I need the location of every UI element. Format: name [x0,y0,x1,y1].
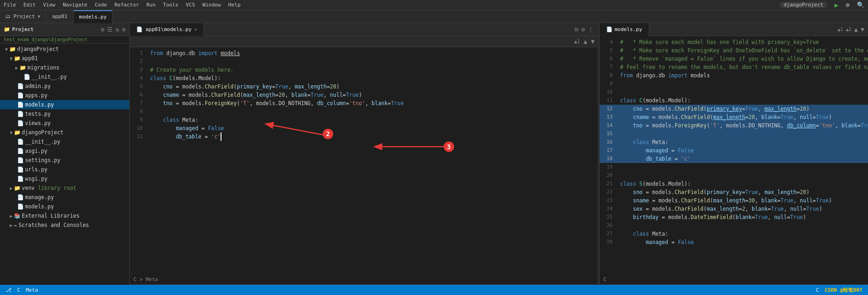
menu-navigate[interactable]: Navigate [63,2,88,8]
tree-item-app01[interactable]: ▼ 📁 app01 [0,54,129,63]
right-line-20: 20 [600,171,868,180]
menu-window[interactable]: Window [203,2,221,8]
tree-item-venv[interactable]: ▶ 📁 venv library root [0,183,129,193]
run-button[interactable]: ▶ [835,1,838,9]
scratch-icon: ✏ [14,222,17,228]
tree-item-manage-py[interactable]: 📄 manage.py [0,193,129,202]
scroll-up-icon-right[interactable]: ▲ [854,26,858,33]
right-line-21: 21 class S(models.Model): [600,180,868,188]
tree-item-init-py[interactable]: 📄 __init__.py [0,72,129,82]
menu-code[interactable]: Code [95,2,107,8]
fold-icon[interactable]: ⊟ [575,26,578,33]
tree-item-tests-py[interactable]: 📄 tests.py [0,109,129,119]
settings-icon[interactable]: ⚙ [581,26,585,33]
chevron-right-icon: ▶ [15,65,18,70]
code-line-1: 1 from django.db import models [130,49,597,57]
folder-icon: 📁 [9,46,16,52]
code-line-3: 3 # Create your models here. [130,66,597,74]
tab-project[interactable]: 🗂 Project ▼ [0,10,46,23]
code-line-7: 7 tno = models.ForeignKey('T', models.DO… [130,99,597,107]
right-line-11: 11 class C(models.Model): [600,96,868,105]
sidebar-tree: ▼ 📁 djangoProject ▼ 📁 app01 ▶ 📁 migratio… [0,44,129,285]
folder-icon: 📁 [14,129,20,136]
tree-item-apps-py[interactable]: 📄 apps.py [0,91,129,100]
chevron-down-icon: ▼ [5,47,8,52]
right-line-9: 9 [600,80,868,88]
tree-item-scratches[interactable]: ▶ ✏ Scratches and Consoles [0,220,129,230]
scroll-up-icon[interactable]: ▲ [583,38,587,45]
folder-icon: 📁 [4,26,10,32]
tree-item-urls-py[interactable]: 📄 urls.py [0,165,129,174]
editor-content: 1 from django.db import models 2 3 # Cre… [130,47,597,275]
tree-item-models-py-app01[interactable]: 📄 models.py [0,100,129,109]
settings-icon[interactable]: ⚙ [101,26,105,33]
menu-view[interactable]: View [43,2,56,8]
status-left: ⎇ C Meta [6,287,38,293]
file-icon: 📄 [17,194,24,201]
tree-item-djangoProject2[interactable]: ▼ 📁 djangoProject [0,128,129,137]
status-bar: ⎇ C Meta C CSDN @蛙笔007 [0,285,868,295]
menu-help[interactable]: Help [228,2,241,8]
menu-bar: File Edit View Navigate Code Refactor Ru… [0,0,868,10]
menu-file[interactable]: File [4,2,16,8]
menu-tools[interactable]: Tools [163,2,178,8]
right-line-4: 4 # * Make sure each model has one field… [600,38,868,46]
right-line-10: 10 [600,88,868,96]
tab-app01[interactable]: app01 [46,10,73,23]
right-panel-tab-models[interactable]: 📄 models.py [600,23,649,36]
right-panel-tab-bar: 📄 models.py ▲1 ▲2 ▲ ▼ [600,23,868,36]
tree-item-asgi-py[interactable]: 📄 asgi.py [0,146,129,156]
tree-item-init-py2[interactable]: 📄 __init__.py [0,137,129,146]
right-line-23: 23 sname = models.CharField(max_length=3… [600,196,868,205]
scroll-down-icon[interactable]: ▼ [591,38,595,45]
editor-area: 📄 app01\models.py ✕ ⊟ ⚙ ⋮ ▲1 ▲ ▼ 1 from … [130,23,597,285]
right-code-editor[interactable]: 4 # * Make sure each model has one field… [600,36,868,275]
file-icon: 📄 [17,101,24,108]
menu-edit[interactable]: Edit [24,2,36,8]
chevron-right-icon: ▶ [10,223,13,228]
folder-icon: 🗂 [6,13,11,19]
file-icon: 📄 [17,203,24,210]
code-editor[interactable]: 1 from django.db import models 2 3 # Cre… [130,47,597,275]
right-panel: 📄 models.py ▲1 ▲2 ▲ ▼ 4 # * Make sure ea… [599,23,868,285]
editor-tab-bar: 📄 app01\models.py ✕ ⊟ ⚙ ⋮ [130,23,597,36]
sort-icon[interactable]: ⇅ [115,26,119,33]
status-right: C CSDN @蛙笔007 [816,287,862,294]
file-icon: 📄 [606,26,613,32]
sidebar: 📁 Project ⚙ ☰ ⇅ ⚙ test_exam_django\djang… [0,23,130,285]
right-line-7: 7 # Feel free to rename the models, but … [600,63,868,71]
menu-vcs[interactable]: VCS [186,2,195,8]
code-line-2: 2 [130,57,597,66]
file-icon: 📄 [24,74,30,80]
more-icon[interactable]: ⋮ [588,26,594,33]
close-tab-icon[interactable]: ✕ [194,27,197,32]
status-branch-icon: ⎇ [6,287,12,293]
menu-refactor[interactable]: Refactor [114,2,139,8]
right-line-16: 16 class Meta: [600,138,868,146]
tree-item-settings-py[interactable]: 📄 settings.py [0,156,129,165]
search-icon[interactable]: 🔍 [857,1,864,8]
tree-item-wsgi-py[interactable]: 📄 wsgi.py [0,174,129,183]
list-icon[interactable]: ☰ [107,26,113,33]
right-line-12: 12 cno = models.CharField(primary_key=Tr… [600,105,868,113]
right-breadcrumb: C [600,275,868,285]
gear-icon[interactable]: ⚙ [122,26,126,33]
tab-models-py[interactable]: models.py [74,10,113,23]
scroll-down-icon-right[interactable]: ▼ [861,26,864,33]
editor-tab-models[interactable]: 📄 app01\models.py ✕ [130,23,204,36]
tree-item-external-libs[interactable]: ▶ 📚 External Libraries [0,211,129,220]
menu-run[interactable]: Run [146,2,156,8]
code-line-5: 5 cno = models.CharField(primary_key=Tru… [130,82,597,91]
chevron-right-icon: ▶ [10,186,13,191]
file-icon: 📄 [17,83,24,89]
build-button[interactable]: ⚙ [846,1,849,8]
tree-item-models-py-root[interactable]: 📄 models.py [0,202,129,211]
tree-item-views-py[interactable]: 📄 views.py [0,119,129,128]
tree-item-admin-py[interactable]: 📄 admin.py [0,82,129,91]
folder-icon: 📁 [19,64,26,71]
tree-item-migrations[interactable]: ▶ 📁 migrations [0,63,129,72]
tree-item-djangoProject[interactable]: ▼ 📁 djangoProject [0,44,129,54]
right-line-8: 8 from django.db import models [600,71,868,80]
right-line-14: 14 tno = models.ForeignKey('T', models.D… [600,121,868,130]
file-icon: 📄 [17,111,24,117]
